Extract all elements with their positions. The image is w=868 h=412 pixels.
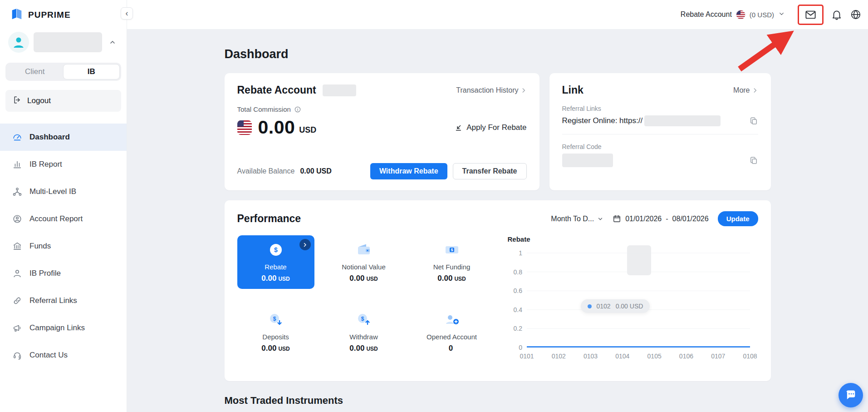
account-selector[interactable]: Rebate Account (0 USD) xyxy=(681,10,785,20)
us-flag-icon xyxy=(237,120,252,135)
main-area: Rebate Account (0 USD) Dashbo xyxy=(127,0,868,412)
person-icon xyxy=(12,268,23,279)
tile-opened-account[interactable]: Opened Account 0 xyxy=(413,306,490,359)
period-dropdown-value: Month To D... xyxy=(551,215,594,223)
period-dropdown[interactable]: Month To D... xyxy=(551,215,603,223)
toggle-client[interactable]: Client xyxy=(7,64,63,79)
link-card-title: Link xyxy=(562,84,584,96)
link-icon xyxy=(12,295,23,306)
tile-label: Deposits xyxy=(262,333,289,341)
chart-title: Rebate xyxy=(508,235,758,243)
svg-text:0108: 0108 xyxy=(743,352,757,360)
sidebar-item-label: IB Report xyxy=(29,160,62,169)
rebate-coin-icon: $ xyxy=(268,242,284,260)
referral-code-label: Referral Code xyxy=(562,143,758,150)
sidebar-item-referral-links[interactable]: Referral Links xyxy=(0,287,127,314)
date-range-picker[interactable]: 01/01/2026 - 08/01/2026 xyxy=(613,214,708,223)
chart-tooltip: 0102 0.00 USD xyxy=(581,299,650,313)
tile-deposits[interactable]: $ Deposits 0.00USD xyxy=(237,306,314,359)
transaction-history-label: Transaction History xyxy=(456,86,518,94)
tile-value: 0.00 xyxy=(261,274,276,283)
chevron-down-icon xyxy=(778,10,785,19)
sidebar-item-account-report[interactable]: Account Report xyxy=(0,205,127,233)
chevron-up-icon[interactable] xyxy=(107,36,118,48)
tile-rebate[interactable]: $ Rebate 0.00USD xyxy=(237,235,314,289)
sidebar-item-funds[interactable]: Funds xyxy=(0,233,127,260)
transaction-history-link[interactable]: Transaction History xyxy=(456,86,526,94)
logout-button[interactable]: Logout xyxy=(5,90,121,112)
copy-referral-link-button[interactable] xyxy=(749,116,758,125)
redacted-chart-watermark xyxy=(627,245,651,275)
globe-icon[interactable] xyxy=(850,9,862,20)
tooltip-value: 0.00 USD xyxy=(616,303,643,310)
more-link[interactable]: More xyxy=(733,86,758,94)
sidebar-collapse-button[interactable]: ‹ xyxy=(121,7,133,20)
tile-value: 0.00 xyxy=(437,274,452,283)
toggle-ib[interactable]: IB xyxy=(63,64,120,79)
svg-text:0102: 0102 xyxy=(551,352,565,360)
logout-label: Logout xyxy=(27,96,51,105)
date-from: 01/01/2026 xyxy=(625,215,662,223)
banknote-icon: $ xyxy=(444,242,460,260)
total-commission-currency: USD xyxy=(299,125,316,135)
puprime-dashboard-app: PUPRIME Client IB Logout xyxy=(0,0,868,412)
tile-unit: USD xyxy=(366,276,378,282)
tile-label: Opened Account xyxy=(427,333,477,341)
tile-value: 0.00 xyxy=(349,274,364,283)
sidebar-menu: Dashboard IB Report Multi-Level IB Accou… xyxy=(0,124,127,369)
us-flag-icon xyxy=(736,10,745,20)
referral-links-label: Referral Links xyxy=(562,105,758,112)
info-icon[interactable] xyxy=(294,106,301,113)
svg-text:$: $ xyxy=(451,248,453,252)
tile-value: 0 xyxy=(449,344,453,352)
tooltip-date: 0102 xyxy=(597,303,611,310)
sidebar-item-dashboard[interactable]: Dashboard xyxy=(0,124,127,151)
performance-title: Performance xyxy=(237,213,301,225)
sidebar-item-multi-level-ib[interactable]: Multi-Level IB xyxy=(0,178,127,205)
mail-icon[interactable] xyxy=(798,5,824,25)
tile-unit: USD xyxy=(278,346,289,352)
chevron-down-icon xyxy=(597,216,603,222)
user-summary[interactable] xyxy=(8,32,118,53)
calendar-icon xyxy=(613,214,621,223)
account-selector-label: Rebate Account xyxy=(681,10,732,19)
transfer-rebate-button[interactable]: Transfer Rebate xyxy=(453,163,527,179)
most-traded-title: Most Traded Instruments xyxy=(225,395,771,407)
apply-for-rebate-link[interactable]: Apply For Rebate xyxy=(454,123,526,132)
sidebar-item-label: Funds xyxy=(29,242,51,251)
tile-net-funding[interactable]: $ Net Funding 0.00USD xyxy=(413,235,490,289)
chevron-right-icon xyxy=(752,87,758,94)
tile-notional-value[interactable]: Notional Value 0.00USD xyxy=(325,235,402,289)
sidebar-item-ib-profile[interactable]: IB Profile xyxy=(0,260,127,287)
svg-text:0107: 0107 xyxy=(711,352,725,360)
tile-withdraw[interactable]: $ Withdraw 0.00USD xyxy=(325,306,402,359)
performance-card: Performance Month To D... 01/01/2026 - 0… xyxy=(225,200,771,381)
top-cards-row: Rebate Account Transaction History Total… xyxy=(225,73,771,190)
person-circle-icon xyxy=(12,213,23,224)
topbar: Rebate Account (0 USD) xyxy=(127,0,868,29)
sidebar-item-campaign-links[interactable]: Campaign Links xyxy=(0,314,127,342)
brand-logo: PUPRIME xyxy=(0,0,127,27)
svg-text:$: $ xyxy=(274,246,278,253)
withdraw-rebate-button[interactable]: Withdraw Rebate xyxy=(370,163,447,179)
link-card: Link More Referral Links Register Online… xyxy=(549,73,771,190)
tile-unit: USD xyxy=(366,346,378,352)
register-online-link[interactable]: Register Online: https:// xyxy=(562,116,643,125)
sidebar-item-label: Referral Links xyxy=(29,296,77,305)
update-button[interactable]: Update xyxy=(718,211,758,226)
copy-referral-code-button[interactable] xyxy=(749,156,758,165)
page-title: Dashboard xyxy=(225,47,771,61)
svg-text:0105: 0105 xyxy=(647,352,661,360)
withdraw-icon: $ xyxy=(356,312,372,330)
live-chat-button[interactable] xyxy=(839,383,863,407)
sidebar-item-ib-report[interactable]: IB Report xyxy=(0,151,127,178)
available-balance-label: Available Balance xyxy=(237,167,295,175)
svg-text:0101: 0101 xyxy=(520,352,534,360)
svg-text:0.8: 0.8 xyxy=(513,268,522,276)
bell-icon[interactable] xyxy=(831,9,843,20)
sidebar-item-contact-us[interactable]: Contact Us xyxy=(0,342,127,369)
bank-icon xyxy=(12,241,23,252)
sidebar-item-label: Dashboard xyxy=(29,133,70,142)
tile-arrow-button[interactable] xyxy=(299,239,311,250)
sidebar-item-label: Multi-Level IB xyxy=(29,187,76,196)
